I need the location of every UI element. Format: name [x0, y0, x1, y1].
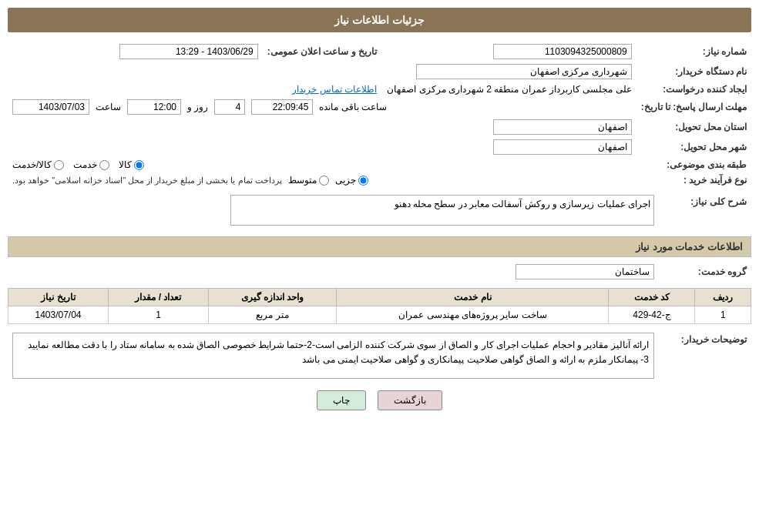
- process-jozvi-radio[interactable]: [358, 176, 368, 186]
- creator-value: علی مجلسی کاربرداز عمران منطقه 2 شهرداری…: [387, 84, 631, 95]
- buyer-org-label: نام دستگاه خریدار:: [636, 62, 751, 82]
- category-kala-khadamat-radio[interactable]: [54, 160, 64, 170]
- process-jozvi-label: جزیی: [335, 175, 356, 186]
- process-motavaset-label: متوسط: [288, 175, 317, 186]
- button-row: بازگشت چاپ: [8, 390, 751, 410]
- print-button[interactable]: چاپ: [317, 390, 366, 410]
- table-cell-code: ج-42-429: [609, 306, 695, 324]
- need-number-value: 1103094325000809: [493, 44, 632, 59]
- deadline-time-label: ساعت: [96, 102, 121, 112]
- city-value: اصفهان: [493, 139, 632, 155]
- col-date: تاریخ نیاز: [8, 289, 109, 306]
- col-name: نام خدمت: [337, 289, 609, 306]
- need-desc-label: شرح کلی نیاز:: [659, 192, 751, 230]
- category-khadamat-radio[interactable]: [99, 160, 109, 170]
- table-row: 1ج-42-429ساخت سایر پروژه‌های مهندسی عمرا…: [8, 306, 751, 324]
- deadline-remaining-label: ساعت باقی مانده: [319, 102, 387, 112]
- announce-date-label: تاریخ و ساعت اعلان عمومی:: [263, 42, 381, 62]
- category-khadamat-option[interactable]: خدمت: [73, 159, 109, 170]
- services-section-title: اطلاعات خدمات مورد نیاز: [8, 236, 751, 257]
- buyer-notes-label: توضیحات خریدار:: [659, 330, 751, 381]
- need-number-label: شماره نیاز:: [636, 42, 751, 62]
- province-label: استان محل تحویل:: [636, 117, 751, 137]
- deadline-date: 1403/07/03: [12, 99, 89, 115]
- table-cell-date: 1403/07/04: [8, 306, 109, 324]
- process-note: پرداخت تمام یا بخشی از مبلغ خریدار از مح…: [12, 176, 282, 186]
- col-qty: تعداد / مقدار: [109, 289, 209, 306]
- category-kala-label: کالا: [119, 159, 132, 170]
- deadline-remaining: 22:09:45: [251, 99, 313, 115]
- deadline-label: مهلت ارسال پاسخ: تا تاریخ:: [636, 97, 751, 117]
- col-row: ردیف: [695, 289, 751, 306]
- deadline-days: 4: [214, 99, 245, 115]
- buyer-org-value: شهرداری مرکزی اصفهان: [416, 64, 632, 79]
- col-unit: واحد اندازه گیری: [208, 289, 336, 306]
- process-label: نوع فرآیند خرید :: [636, 172, 751, 188]
- deadline-time: 12:00: [127, 99, 181, 115]
- table-cell-qty: 1: [109, 306, 209, 324]
- announce-date-value: 1403/06/29 - 13:29: [119, 44, 258, 59]
- category-kala-option[interactable]: کالا: [119, 159, 144, 170]
- category-kala-radio[interactable]: [134, 160, 144, 170]
- need-desc-textarea: اجرای عملیات زیرسازی و روکش آسفالت معابر…: [230, 195, 654, 226]
- creator-contact-link[interactable]: اطلاعات تماس خریدار: [292, 84, 377, 95]
- category-kala-khadamat-option[interactable]: کالا/خدمت: [12, 159, 64, 170]
- table-cell-row: 1: [695, 306, 751, 324]
- category-label: طبقه بندی موضوعی:: [636, 157, 751, 172]
- deadline-days-label: روز و: [187, 102, 208, 112]
- back-button[interactable]: بازگشت: [378, 390, 442, 410]
- city-label: شهر محل تحویل:: [636, 137, 751, 157]
- col-code: کد خدمت: [609, 289, 695, 306]
- table-cell-unit: متر مربع: [208, 306, 336, 324]
- service-group-label: گروه خدمت:: [659, 262, 751, 282]
- table-cell-name: ساخت سایر پروژه‌های مهندسی عمران: [337, 306, 609, 324]
- category-kala-khadamat-label: کالا/خدمت: [12, 159, 52, 170]
- process-jozvi-option[interactable]: جزیی: [335, 175, 368, 186]
- page-title: جزئیات اطلاعات نیاز: [8, 8, 751, 32]
- service-group-value: ساختمان: [516, 264, 654, 279]
- process-motavaset-radio[interactable]: [319, 176, 329, 186]
- category-khadamat-label: خدمت: [73, 159, 97, 170]
- creator-label: ایجاد کننده درخواست:: [636, 82, 751, 97]
- buyer-notes-value: ارائه آنالیز مقادیر و احجام عملیات اجرای…: [12, 333, 654, 379]
- province-value: اصفهان: [493, 119, 632, 135]
- process-motavaset-option[interactable]: متوسط: [288, 175, 329, 186]
